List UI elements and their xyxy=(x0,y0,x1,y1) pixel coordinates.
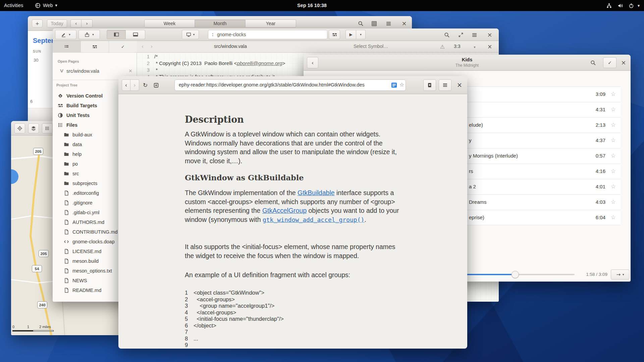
tree-file[interactable]: CONTRIBUTING.md xyxy=(64,228,118,236)
calendar-add-event-button[interactable]: + xyxy=(32,19,43,27)
web-forward-button[interactable]: › xyxy=(130,79,139,91)
calendar-prev-button[interactable]: ‹ xyxy=(70,19,82,27)
web-new-tab-button[interactable] xyxy=(153,82,159,88)
close-page-icon[interactable]: × xyxy=(128,68,132,73)
calendar-search-button[interactable] xyxy=(357,20,364,27)
builder-edit-mode-button[interactable]: ▾ xyxy=(55,30,76,39)
seek-bar-handle[interactable] xyxy=(512,271,519,278)
tree-file[interactable]: .gitignore xyxy=(64,199,93,207)
tree-folder[interactable]: build-aux xyxy=(64,131,92,139)
favorite-star-icon[interactable]: ☆ xyxy=(611,152,616,159)
tree-file[interactable]: gnome-clocks.doap xyxy=(64,238,115,246)
music-search-button[interactable] xyxy=(590,59,596,66)
sidebar-tab-todo[interactable]: ✓ xyxy=(109,41,137,52)
favorite-star-icon[interactable]: ☆ xyxy=(611,198,616,205)
builder-menu-button[interactable] xyxy=(471,32,478,38)
favorite-star-icon[interactable]: ☆ xyxy=(611,121,616,128)
builder-toggle-bottom-panel[interactable] xyxy=(126,30,145,39)
select-symbol-button[interactable]: Select Symbol… xyxy=(354,44,388,49)
calendar-menu-button[interactable] xyxy=(385,20,392,27)
accel-group-function-link[interactable]: gtk_window_add_accel_group() xyxy=(263,216,364,223)
tree-file[interactable]: meson.build xyxy=(64,257,99,265)
email-link[interactable]: pborelli@gnome.org xyxy=(237,60,282,66)
web-back-button[interactable]: ‹ xyxy=(122,79,130,91)
bookmark-star-icon[interactable]: ☆ xyxy=(399,81,404,88)
calendar-today-button[interactable]: Today xyxy=(47,19,67,27)
tree-file[interactable]: NEWS xyxy=(64,277,87,285)
tree-folder[interactable]: po xyxy=(64,160,78,168)
calendar-grid-view-icon[interactable] xyxy=(371,20,377,27)
favorite-star-icon[interactable]: ☆ xyxy=(611,137,616,143)
favorite-star-icon[interactable]: ☆ xyxy=(611,106,616,113)
warning-icon[interactable]: ⚠ xyxy=(439,43,446,50)
code-example: 1<object class="GtkWindow"> 2 <accel-gro… xyxy=(185,290,420,349)
builder-search-button[interactable] xyxy=(443,32,450,38)
tree-folder[interactable]: subprojects xyxy=(64,179,97,187)
builder-fullscreen-button[interactable] xyxy=(458,32,464,38)
clock[interactable]: Sep 16 10:38 xyxy=(275,0,349,11)
url-bar[interactable]: ephy-reader:https://developer.gnome.org/… xyxy=(174,79,406,91)
reader-mode-icon[interactable] xyxy=(391,82,397,88)
tab-options-button[interactable]: ▾ xyxy=(472,44,477,50)
tree-folder[interactable]: help xyxy=(64,150,82,158)
app-menu[interactable]: Web ▼ xyxy=(35,0,57,11)
web-close-button[interactable]: × xyxy=(456,81,463,89)
maps-route-button[interactable] xyxy=(42,123,53,133)
maps-geolocate-button[interactable] xyxy=(14,123,25,133)
builder-device-button[interactable]: ▾ xyxy=(182,30,199,39)
calendar-tab-month[interactable]: Month xyxy=(195,19,246,27)
power-icon[interactable] xyxy=(628,3,635,9)
tree-folder[interactable]: src xyxy=(64,170,79,178)
web-menu-button[interactable] xyxy=(439,79,451,91)
gtkbuildable-link[interactable]: GtkBuildable xyxy=(298,189,335,196)
builder-build-status-button[interactable] xyxy=(329,30,340,39)
tree-folder[interactable]: data xyxy=(64,140,82,148)
activities-button[interactable]: Activities xyxy=(4,0,23,11)
editor-nav-forward-button[interactable]: › xyxy=(149,43,154,50)
sidebar-tab-pages[interactable] xyxy=(53,41,81,52)
volume-icon[interactable] xyxy=(617,3,624,9)
web-bookmarks-button[interactable] xyxy=(423,79,436,91)
tree-item-files[interactable]: Files xyxy=(58,121,77,129)
calendar-tab-week[interactable]: Week xyxy=(144,19,195,27)
builder-toggle-left-panel[interactable] xyxy=(107,30,126,39)
builder-close-button[interactable]: × xyxy=(486,31,493,39)
network-wired-icon[interactable] xyxy=(606,3,612,9)
chevron-down-icon[interactable]: ▼ xyxy=(636,3,641,9)
favorite-star-icon[interactable]: ☆ xyxy=(611,183,616,190)
tree-file[interactable]: .editorconfig xyxy=(64,189,99,197)
tree-item-build-targets[interactable]: Build Targets xyxy=(58,102,97,110)
calendar-next-button[interactable]: › xyxy=(82,19,93,27)
open-page-row[interactable]: V src/window.vala × xyxy=(53,67,137,76)
tree-item-unit-tests[interactable]: Unit Tests xyxy=(58,111,90,119)
web-reload-button[interactable]: ↻ xyxy=(142,82,149,88)
tree-file[interactable]: meson_options.txt xyxy=(64,267,112,275)
panel-left-icon xyxy=(114,32,119,37)
favorite-star-icon[interactable]: ☆ xyxy=(611,168,616,174)
calendar-tab-year[interactable]: Year xyxy=(246,19,296,27)
tree-item-version-control[interactable]: Version Control xyxy=(58,92,103,100)
tree-file[interactable]: .gitlab-ci.yml xyxy=(64,208,100,217)
tab-close-button[interactable]: × xyxy=(486,43,493,51)
map-scale-bar xyxy=(12,330,33,331)
favorite-star-icon[interactable]: ☆ xyxy=(611,90,616,97)
favorite-star-icon[interactable]: ☆ xyxy=(611,214,616,221)
tree-file[interactable]: README.md xyxy=(64,286,101,294)
editor-file-tab[interactable]: src/window.vala xyxy=(187,44,274,49)
editor-nav-back-button[interactable]: ‹ xyxy=(140,43,145,50)
calendar-close-button[interactable]: × xyxy=(401,19,408,27)
builder-run-options-button[interactable]: ▾ xyxy=(356,30,366,39)
repeat-mode-button[interactable]: → ▾ xyxy=(611,269,630,280)
builder-omnibar[interactable]: ▴▾ gnome-clocks xyxy=(208,30,327,39)
builder-run-button[interactable]: ▶ xyxy=(345,30,356,39)
tree-file[interactable]: LICENSE.md xyxy=(64,247,101,255)
builder-export-button[interactable]: ▾ xyxy=(78,30,100,39)
calendar-date-cell[interactable]: 30 xyxy=(34,58,38,63)
gtkaccelgroup-link[interactable]: GtkAccelGroup xyxy=(262,207,307,214)
tree-file[interactable]: AUTHORS.md xyxy=(64,218,104,226)
music-select-button[interactable]: ✓ xyxy=(603,57,616,68)
music-close-button[interactable]: × xyxy=(620,58,627,66)
sidebar-tab-build[interactable] xyxy=(81,41,109,52)
maps-layers-button[interactable] xyxy=(28,123,39,133)
calendar-date-cell[interactable]: 6 xyxy=(30,99,33,104)
